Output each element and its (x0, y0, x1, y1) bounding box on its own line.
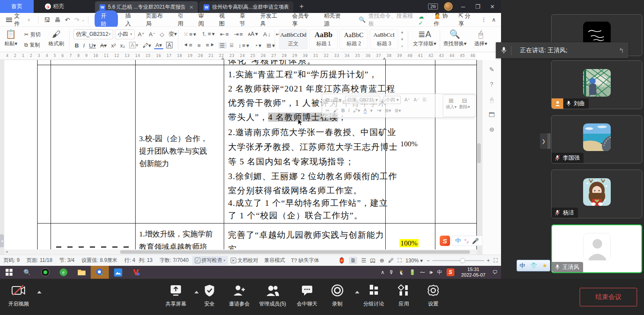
toggle-video-button[interactable]: 开启视频 (2, 282, 35, 308)
participant-tile[interactable]: 刘曲 (551, 60, 642, 109)
ime-mode-chinese[interactable]: 中 (455, 237, 461, 245)
compat-mode-badge[interactable]: 兼容模式 (261, 257, 289, 264)
undo-icon[interactable]: ↶ (63, 16, 72, 23)
left-panel-handle[interactable]: ◄ (0, 234, 4, 247)
start-button[interactable] (0, 266, 18, 279)
border-icon[interactable]: ⊞▾ (265, 42, 277, 49)
zoom-out-icon[interactable]: − (427, 258, 430, 264)
sort-icon[interactable]: A↓ (262, 31, 273, 38)
italic-icon[interactable]: I (82, 42, 86, 49)
status-page[interactable]: 页面: 11/18 (23, 257, 56, 264)
web-view-icon[interactable]: ⊕ (380, 257, 384, 264)
status-setting[interactable]: 设置值: 8.9厘米 (78, 257, 121, 264)
font-size-select[interactable]: 小四▾ (115, 29, 135, 39)
proofread-toggle[interactable]: ✕文档校对 (228, 256, 261, 265)
line-spacing-icon[interactable]: ↕≡▾ (237, 42, 251, 49)
read-view-icon[interactable]: 🕮 (370, 257, 376, 264)
spell-check-toggle[interactable]: ✓拼写检查▾ (192, 256, 228, 265)
paste-button[interactable]: 📋 粘贴▾ (4, 29, 17, 47)
cut-button[interactable]: ✂ 剪切 (24, 29, 41, 40)
format-painter-button[interactable]: 🖌 格式刷 (48, 29, 64, 47)
chat-button[interactable]: 会中聊天 (290, 282, 324, 308)
style-heading3[interactable]: AaBbCcI 标题 3 (370, 29, 398, 49)
horizontal-ruler[interactable]: 4 2 1 2 3 4 5 6 7 8 9 10 11 12 13 14 15 … (0, 52, 477, 60)
tray-sogou-icon[interactable]: S (447, 268, 454, 276)
file-menu[interactable]: 文件 ∨ (0, 12, 35, 28)
menu-item-insert[interactable]: 插入 (121, 12, 141, 28)
tray-mic-icon[interactable]: 🎙 (389, 269, 394, 275)
record-button[interactable]: 录制 (320, 282, 354, 308)
tray-battery-icon[interactable]: 🔋 (409, 269, 416, 275)
note-icon[interactable]: 🗔 (489, 111, 495, 118)
underline-icon[interactable]: U▾ (88, 42, 97, 49)
photos-app-icon[interactable] (109, 266, 127, 279)
help-icon[interactable]: ？ (489, 81, 495, 88)
horizontal-scroll-thumb[interactable] (120, 250, 470, 254)
eye-protect-icon[interactable]: 🏮 (338, 257, 345, 264)
notification-center-icon[interactable]: 🗩 (492, 269, 498, 275)
minimize-button[interactable]: ─ (459, 3, 467, 10)
share-screen-button[interactable]: 共享屏幕 (159, 282, 193, 308)
menu-item-view[interactable]: 视图 (214, 12, 235, 28)
align-right-icon[interactable]: ≡⯈ (205, 42, 217, 49)
breakout-button[interactable]: 分组讨论 (357, 282, 390, 308)
tray-qq-icon[interactable]: 🐧 (398, 269, 405, 275)
ime-skin-icon[interactable]: 👕 (530, 262, 537, 269)
copy-button[interactable]: ⧉ 复制 (24, 40, 40, 50)
tray-wifi-icon[interactable]: ⁓ (420, 269, 425, 275)
menu-item-page-layout[interactable]: 页面布局 (141, 12, 173, 28)
style-heading1[interactable]: AaBb 标题 1 (309, 29, 338, 49)
pointer-icon[interactable]: 🖰 (490, 96, 493, 104)
quickbar-chevron-icon[interactable]: ⌄ (82, 18, 85, 22)
ime-mic-icon[interactable]: 🎤 (472, 238, 479, 244)
table-delete-button[interactable]: ⊟删除▾ (459, 97, 470, 114)
status-word-count[interactable]: 字数: 7/7040 (156, 257, 192, 264)
status-section[interactable]: 节: 3/4 (56, 257, 78, 264)
zoom-slider[interactable]: − + (427, 258, 490, 264)
file-explorer-icon[interactable] (73, 266, 91, 279)
font-color-icon[interactable]: A▾ (154, 42, 163, 49)
char-border-icon[interactable]: 🄰 (165, 42, 174, 49)
vertical-scroll-thumb[interactable] (477, 143, 481, 163)
bold-icon[interactable]: B (73, 42, 80, 49)
recorder-app-icon[interactable] (36, 266, 54, 279)
doc-tab-application[interactable]: W 徐州幼专高职高...业群申请立项表 (199, 1, 293, 13)
account-avatar[interactable] (444, 2, 453, 11)
outline-view-icon[interactable]: ☰ (361, 257, 366, 264)
floating-table-toolbar[interactable]: ⊞插入▾ ⊟删除▾ (443, 94, 476, 117)
table-insert-button[interactable]: ⊞插入▾ (446, 97, 457, 114)
redo-icon[interactable]: ↷ (72, 16, 82, 23)
tab-home[interactable]: 首页 (0, 0, 34, 13)
bullet-list-icon[interactable]: ⁙≡▾ (182, 31, 198, 38)
indent-marker[interactable] (383, 57, 386, 60)
font-name-select[interactable]: 仿宋_GB2312▾ (73, 29, 113, 39)
tray-volume-icon[interactable]: 🕪 (429, 269, 433, 275)
reply-arrow-icon[interactable]: ↰ (619, 47, 624, 54)
tab-docer[interactable]: ⬗ 稻壳 (34, 0, 75, 13)
security-button[interactable]: 安全 (193, 282, 226, 308)
close-button[interactable]: ✕ (488, 3, 497, 10)
menu-item-references[interactable]: 引用 (173, 12, 194, 28)
superscript-icon[interactable]: x² (110, 42, 117, 49)
taskbar-clock[interactable]: 15:31 2022-05-07 (459, 267, 488, 278)
sogou-logo-icon[interactable]: S (440, 236, 450, 246)
menu-item-home[interactable]: 开始 (95, 10, 118, 29)
style-normal[interactable]: AaBbCcDd 正文 (279, 29, 308, 49)
manage-members-button[interactable]: 管理成员(5) (256, 282, 289, 308)
highlight-color-icon[interactable]: 🖍▾ (141, 42, 152, 49)
apps-button[interactable]: 应用 (387, 282, 421, 308)
settings-button[interactable]: 设置 (416, 282, 450, 308)
menu-item-member[interactable]: 会员专享 (287, 12, 319, 28)
zoom-slider-knob[interactable] (460, 258, 465, 263)
menu-item-section[interactable]: 章节 (235, 12, 256, 28)
share-button[interactable]: ⇱ 分享 (458, 12, 476, 28)
justify-icon[interactable]: ☰ (219, 42, 227, 49)
document-page[interactable]: 体化”考核评价体系。 3.校-园（企）合作， 提升团队教学与实践 创新能力 1.… (4, 60, 477, 249)
page-view-icon[interactable]: 🗎 (349, 257, 357, 264)
video-options-arrow[interactable] (37, 291, 41, 293)
close-tab-icon[interactable]: ✕ (189, 4, 194, 10)
zoom-in-icon[interactable]: + (487, 258, 490, 264)
menu-item-devtools[interactable]: 开发工具 (256, 12, 288, 28)
invite-button[interactable]: 邀请参会 (222, 282, 256, 308)
missing-font-button[interactable]: T?缺失字体 (289, 256, 322, 265)
